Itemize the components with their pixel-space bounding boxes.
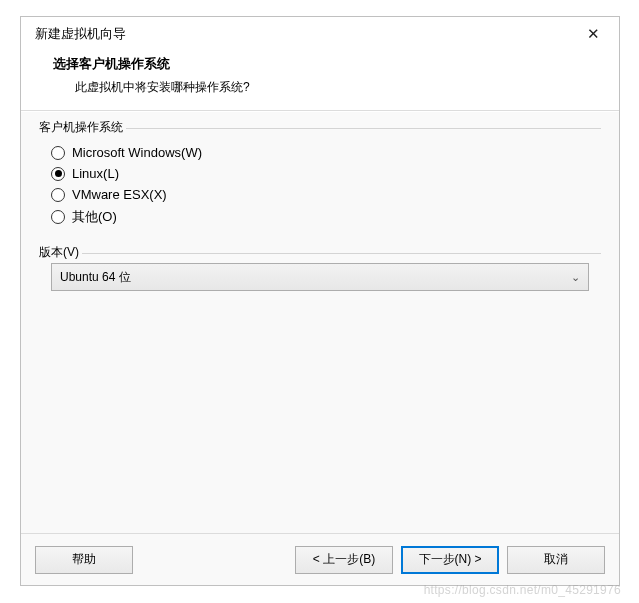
group-divider: [39, 253, 601, 254]
page-heading: 选择客户机操作系统: [53, 55, 599, 73]
version-select[interactable]: Ubuntu 64 位 ⌄: [51, 263, 589, 291]
guest-os-legend: 客户机操作系统: [39, 119, 126, 136]
radio-windows[interactable]: Microsoft Windows(W): [51, 142, 589, 163]
radio-icon: [51, 146, 65, 160]
version-group: 版本(V) Ubuntu 64 位 ⌄: [39, 253, 601, 301]
radio-label: Linux(L): [72, 166, 119, 181]
dialog-title: 新建虚拟机向导: [35, 25, 577, 43]
radio-icon: [51, 167, 65, 181]
wizard-footer: 帮助 < 上一步(B) 下一步(N) > 取消: [21, 533, 619, 585]
page-subheading: 此虚拟机中将安装哪种操作系统?: [53, 79, 599, 96]
next-button[interactable]: 下一步(N) >: [401, 546, 499, 574]
radio-icon: [51, 210, 65, 224]
version-selected-value: Ubuntu 64 位: [60, 269, 571, 286]
version-label: 版本(V): [39, 244, 82, 261]
radio-label: Microsoft Windows(W): [72, 145, 202, 160]
guest-os-group: 客户机操作系统 Microsoft Windows(W) Linux(L) VM…: [39, 128, 601, 239]
radio-linux[interactable]: Linux(L): [51, 163, 589, 184]
chevron-down-icon: ⌄: [571, 271, 580, 284]
radio-icon: [51, 188, 65, 202]
wizard-content: 客户机操作系统 Microsoft Windows(W) Linux(L) VM…: [21, 111, 619, 533]
help-button[interactable]: 帮助: [35, 546, 133, 574]
radio-label: 其他(O): [72, 208, 117, 226]
wizard-header: 选择客户机操作系统 此虚拟机中将安装哪种操作系统?: [21, 51, 619, 111]
titlebar: 新建虚拟机向导 ✕: [21, 17, 619, 51]
close-icon[interactable]: ✕: [577, 22, 609, 46]
radio-vmware-esx[interactable]: VMware ESX(X): [51, 184, 589, 205]
new-vm-wizard-dialog: 新建虚拟机向导 ✕ 选择客户机操作系统 此虚拟机中将安装哪种操作系统? 客户机操…: [20, 16, 620, 586]
radio-label: VMware ESX(X): [72, 187, 167, 202]
cancel-button[interactable]: 取消: [507, 546, 605, 574]
back-button[interactable]: < 上一步(B): [295, 546, 393, 574]
radio-other[interactable]: 其他(O): [51, 205, 589, 229]
